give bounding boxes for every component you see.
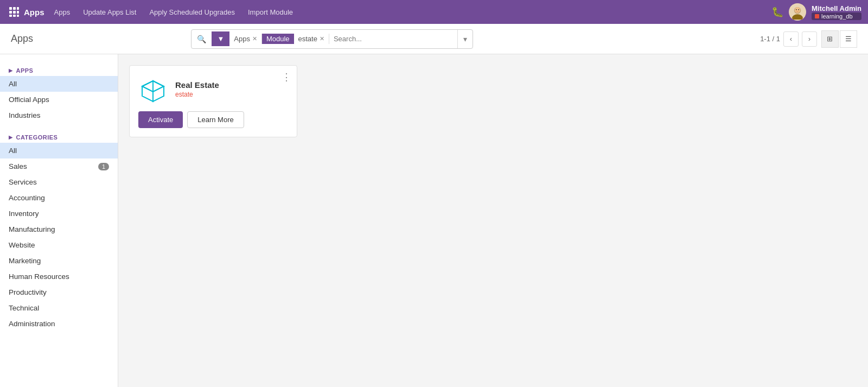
svg-rect-5 bbox=[17, 11, 19, 14]
nav-update-apps[interactable]: Update Apps List bbox=[78, 6, 142, 18]
svg-point-14 bbox=[798, 9, 799, 10]
sidebar-cat-administration[interactable]: Administration bbox=[0, 316, 118, 332]
apps-tag-label: Apps bbox=[234, 35, 250, 43]
module-filter-tag: Module bbox=[262, 34, 294, 44]
sidebar-cat-sales[interactable]: Sales 1 bbox=[0, 158, 118, 174]
app-tag: estate bbox=[175, 91, 219, 98]
view-list-btn[interactable]: ☰ bbox=[840, 30, 857, 48]
sidebar-cat-administration-label: Administration bbox=[9, 320, 55, 328]
svg-rect-0 bbox=[9, 7, 12, 10]
app-info: Real Estate estate bbox=[175, 80, 219, 98]
user-name: Mitchell Admin bbox=[812, 4, 861, 12]
activate-button[interactable]: Activate bbox=[138, 111, 183, 128]
sidebar-apps-all-label: All bbox=[9, 80, 17, 88]
estate-tag-close[interactable]: ✕ bbox=[320, 35, 324, 42]
sidebar-cat-inventory-label: Inventory bbox=[9, 210, 39, 218]
sidebar-categories-label: CATEGORIES bbox=[0, 130, 118, 143]
home-grid-icon[interactable] bbox=[7, 4, 22, 20]
sidebar-cat-marketing-label: Marketing bbox=[9, 257, 41, 265]
search-icon: 🔍 bbox=[192, 35, 212, 43]
sidebar-cat-technical[interactable]: Technical bbox=[0, 300, 118, 316]
svg-point-13 bbox=[796, 9, 797, 10]
sidebar-cat-manufacturing-label: Manufacturing bbox=[9, 225, 55, 233]
sidebar-cat-marketing[interactable]: Marketing bbox=[0, 253, 118, 269]
nav-import-module[interactable]: Import Module bbox=[242, 6, 298, 18]
sidebar-industries[interactable]: Industries bbox=[0, 107, 118, 123]
pagination-prev[interactable]: ‹ bbox=[783, 31, 799, 47]
sidebar-cat-sales-label: Sales bbox=[9, 162, 27, 170]
avatar[interactable] bbox=[789, 3, 806, 21]
sidebar-cat-accounting-label: Accounting bbox=[9, 194, 45, 202]
learn-more-button[interactable]: Learn More bbox=[187, 111, 244, 128]
card-actions: Activate Learn More bbox=[138, 111, 288, 128]
svg-line-20 bbox=[153, 86, 164, 92]
sidebar-cat-productivity[interactable]: Productivity bbox=[0, 284, 118, 300]
nav-apps[interactable]: Apps bbox=[49, 6, 76, 18]
sidebar: APPS All Official Apps Industries CATEGO… bbox=[0, 54, 118, 387]
apps-tag-close[interactable]: ✕ bbox=[252, 35, 257, 42]
brand-label: Apps bbox=[24, 8, 44, 17]
view-kanban-btn[interactable]: ⊞ bbox=[821, 30, 839, 48]
svg-rect-2 bbox=[17, 7, 19, 10]
sidebar-apps-all[interactable]: All bbox=[0, 76, 118, 92]
real-estate-card: ⋮ bbox=[129, 65, 297, 137]
nav-scheduled-upgrades[interactable]: Apply Scheduled Upgrades bbox=[144, 6, 240, 18]
sidebar-cat-human-resources-label: Human Resources bbox=[9, 272, 69, 281]
sidebar-cat-human-resources[interactable]: Human Resources bbox=[0, 269, 118, 284]
page-title: Apps bbox=[11, 33, 43, 45]
svg-rect-1 bbox=[13, 7, 16, 10]
debug-icon[interactable]: 🐛 bbox=[771, 6, 783, 18]
sidebar-cat-website[interactable]: Website bbox=[0, 237, 118, 253]
pagination-next[interactable]: › bbox=[802, 31, 817, 47]
secondary-bar: Apps 🔍 ▼ Apps ✕ Module estate ✕ ▾ 1-1 / … bbox=[0, 24, 868, 54]
top-navigation: Apps Apps Update Apps List Apply Schedul… bbox=[0, 0, 868, 24]
apps-filter-tag: Apps ✕ bbox=[229, 34, 262, 44]
user-info[interactable]: Mitchell Admin learning_db bbox=[812, 4, 861, 20]
sidebar-official-apps-label: Official Apps bbox=[9, 96, 49, 104]
pagination-text: 1-1 / 1 bbox=[760, 35, 780, 43]
sidebar-official-apps[interactable]: Official Apps bbox=[0, 92, 118, 107]
sidebar-cat-productivity-label: Productivity bbox=[9, 288, 47, 296]
content-area: ⋮ bbox=[118, 54, 868, 387]
sidebar-cat-manufacturing[interactable]: Manufacturing bbox=[0, 221, 118, 237]
svg-rect-3 bbox=[9, 11, 12, 14]
sidebar-cat-all[interactable]: All bbox=[0, 143, 118, 158]
sidebar-cat-services-label: Services bbox=[9, 178, 37, 186]
sidebar-industries-label: Industries bbox=[9, 111, 41, 119]
estate-tag-label: estate bbox=[298, 35, 317, 43]
svg-rect-6 bbox=[9, 15, 12, 17]
sidebar-apps-label: APPS bbox=[0, 63, 118, 76]
svg-rect-8 bbox=[17, 15, 19, 17]
sidebar-cat-technical-label: Technical bbox=[9, 304, 39, 312]
view-toggle: ⊞ ☰ bbox=[821, 30, 857, 48]
filter-icon[interactable]: ▼ bbox=[212, 31, 229, 46]
search-bar: 🔍 ▼ Apps ✕ Module estate ✕ ▾ bbox=[191, 29, 473, 49]
search-dropdown-icon[interactable]: ▾ bbox=[457, 30, 473, 48]
card-header: Real Estate estate bbox=[138, 74, 288, 104]
module-tag-label: Module bbox=[266, 35, 290, 43]
app-name: Real Estate bbox=[175, 80, 219, 90]
svg-line-19 bbox=[142, 86, 153, 92]
sidebar-cat-all-label: All bbox=[9, 147, 17, 155]
card-menu-button[interactable]: ⋮ bbox=[282, 71, 291, 83]
svg-rect-7 bbox=[13, 15, 16, 17]
search-input[interactable] bbox=[329, 33, 457, 45]
estate-filter-tag: estate ✕ bbox=[294, 34, 329, 44]
sidebar-cat-sales-badge: 1 bbox=[98, 163, 109, 170]
sidebar-cat-website-label: Website bbox=[9, 241, 35, 249]
main-layout: APPS All Official Apps Industries CATEGO… bbox=[0, 54, 868, 387]
svg-rect-4 bbox=[13, 11, 16, 14]
sidebar-cat-services[interactable]: Services bbox=[0, 174, 118, 190]
sidebar-cat-accounting[interactable]: Accounting bbox=[0, 190, 118, 206]
sidebar-cat-inventory[interactable]: Inventory bbox=[0, 206, 118, 221]
user-db: learning_db bbox=[812, 12, 861, 20]
pagination: 1-1 / 1 ‹ › bbox=[760, 31, 817, 47]
nav-right-section: 🐛 Mitchell Admin learning_db bbox=[771, 3, 861, 21]
app-icon bbox=[138, 74, 168, 104]
